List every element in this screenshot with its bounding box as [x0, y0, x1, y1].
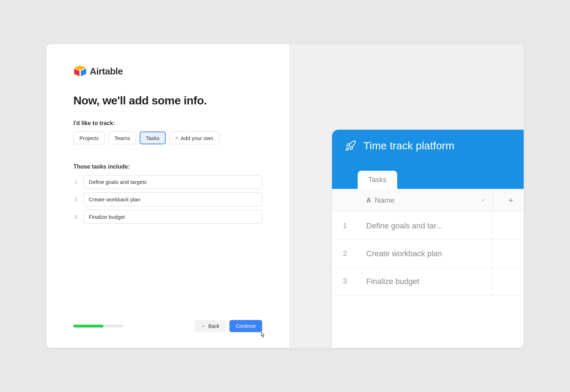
onboarding-card: Airtable Now, we'll add some info. I'd l… — [46, 44, 524, 348]
row-name-cell: Define goals and tar... — [358, 212, 493, 239]
chip-projects[interactable]: Projects — [73, 131, 105, 144]
plus-icon: + — [508, 195, 513, 205]
chip-add-own-label: Add your own — [181, 135, 213, 141]
task-input-row: 1 — [73, 175, 262, 189]
wizard-footer: ← Back Continue — [73, 320, 262, 332]
row-name-cell: Finalize budget — [358, 268, 493, 295]
row-number: 2 — [73, 197, 78, 202]
row-number: 3 — [73, 214, 78, 220]
preview-window: Time track platform Tasks A Name ▾ + — [332, 130, 524, 348]
chip-add-own[interactable]: + Add your own — [169, 131, 219, 144]
row-number: 2 — [332, 249, 358, 258]
brand-name: Airtable — [90, 66, 123, 77]
tab-tasks[interactable]: Tasks — [358, 171, 397, 189]
airtable-logo-icon — [73, 66, 87, 77]
row-number: 1 — [73, 179, 78, 185]
plus-icon: + — [175, 135, 178, 141]
svg-marker-2 — [81, 68, 86, 76]
text-type-icon: A — [366, 196, 371, 204]
nav-buttons: ← Back Continue — [195, 320, 262, 332]
continue-button[interactable]: Continue — [229, 320, 262, 332]
row-name-cell: Create workback plan — [358, 240, 493, 267]
task-input-2[interactable] — [83, 192, 262, 206]
track-chip-row: Projects Teams Tasks + Add your own — [73, 131, 262, 144]
table-row[interactable]: 2 Create workback plan — [332, 240, 524, 268]
task-input-row: 3 — [73, 210, 262, 224]
svg-marker-1 — [74, 68, 79, 76]
track-label: I'd like to track: — [73, 120, 262, 127]
task-input-row: 2 — [73, 192, 262, 206]
row-num-column-header — [332, 189, 358, 212]
task-input-list: 1 2 3 — [73, 175, 262, 224]
preview-title-row: Time track platform — [345, 140, 524, 152]
include-label: Those tasks include: — [73, 164, 262, 170]
preview-panel: Time track platform Tasks A Name ▾ + — [289, 44, 524, 348]
preview-header: Time track platform Tasks — [332, 130, 524, 189]
table-row[interactable]: 1 Define goals and tar... — [332, 212, 524, 240]
name-column-label: Name — [375, 196, 395, 205]
tab-container: Tasks — [358, 171, 397, 189]
task-input-3[interactable] — [83, 210, 262, 224]
arrow-left-icon: ← — [201, 323, 206, 329]
preview-title: Time track platform — [363, 140, 455, 152]
table-row[interactable]: 3 Finalize budget — [332, 268, 524, 295]
wizard-heading: Now, we'll add some info. — [73, 94, 262, 107]
task-input-1[interactable] — [83, 175, 262, 189]
chevron-down-icon: ▾ — [482, 198, 484, 203]
brand-logo: Airtable — [73, 66, 262, 77]
row-number: 3 — [332, 277, 358, 285]
cursor-icon — [259, 331, 266, 338]
back-button[interactable]: ← Back — [195, 320, 226, 332]
progress-fill — [73, 325, 103, 327]
row-number: 1 — [332, 222, 358, 230]
add-column-button[interactable]: + — [493, 189, 524, 212]
name-column-header[interactable]: A Name ▾ — [358, 189, 493, 212]
back-label: Back — [208, 323, 219, 329]
rocket-icon — [345, 140, 356, 151]
progress-bar — [73, 325, 123, 327]
wizard-panel: Airtable Now, we'll add some info. I'd l… — [46, 44, 289, 348]
chip-teams[interactable]: Teams — [108, 131, 136, 144]
column-header-row: A Name ▾ + — [332, 189, 524, 212]
chip-tasks[interactable]: Tasks — [140, 131, 165, 144]
